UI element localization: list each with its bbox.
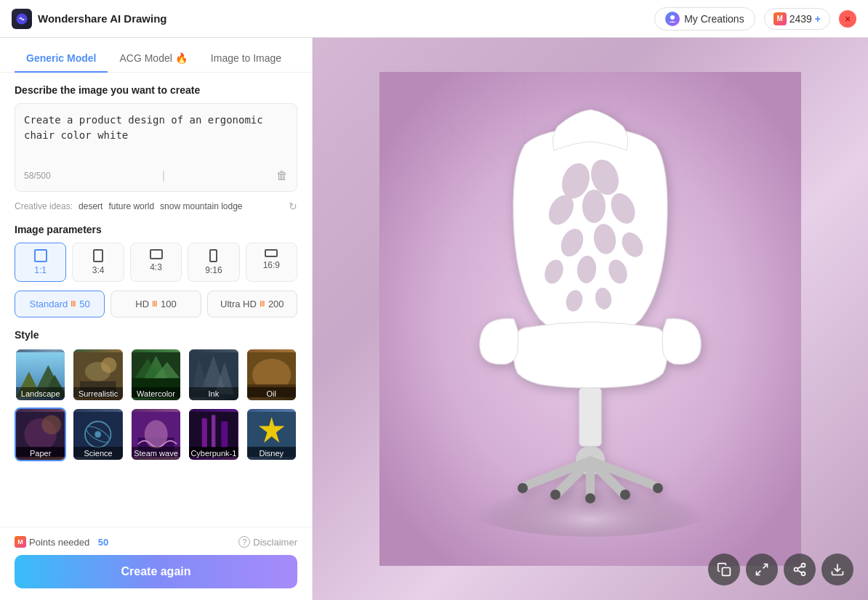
app-title: Wondershare AI Drawing — [38, 12, 167, 25]
left-panel: Generic Model ACG Model 🔥 Image to Image… — [0, 38, 313, 600]
points-display[interactable]: M 2439 + — [764, 8, 830, 30]
prompt-section-label: Describe the image you want to create — [15, 84, 297, 96]
create-again-button[interactable]: Create again — [15, 555, 297, 588]
char-count: 58/500 — [24, 171, 51, 181]
add-points-label: + — [815, 13, 821, 25]
style-item-steam-wave[interactable]: Steam wave — [130, 408, 182, 461]
quality-ultrahd-icon: Ⅲ — [260, 299, 265, 309]
fullscreen-tool-button[interactable] — [746, 554, 778, 585]
quality-row: Standard Ⅲ 50 HD Ⅲ 100 Ultra HD Ⅲ 200 — [15, 291, 297, 317]
style-item-science[interactable]: Science — [72, 408, 124, 461]
titlebar: Wondershare AI Drawing My Creations M 24… — [0, 0, 868, 38]
style-item-watercolor[interactable]: Watercolor — [130, 348, 182, 402]
quality-hd-button[interactable]: HD Ⅲ 100 — [110, 291, 201, 317]
svg-point-111 — [802, 572, 805, 575]
my-creations-icon — [665, 12, 680, 26]
style-cyberpunk-label: Cyberpunk-1 — [189, 447, 238, 460]
refresh-ideas-button[interactable]: ↻ — [289, 200, 297, 212]
quality-hd-icon: Ⅲ — [152, 299, 158, 309]
main-layout: Generic Model ACG Model 🔥 Image to Image… — [0, 38, 868, 600]
ratio-4-3-button[interactable]: 4:3 — [130, 243, 182, 282]
share-tool-button[interactable] — [784, 554, 816, 585]
svg-point-105 — [585, 493, 595, 503]
ratio-9-16-button[interactable]: 9:16 — [188, 243, 239, 282]
style-science-label: Science — [73, 447, 122, 460]
ratio-4-3-icon — [150, 249, 163, 259]
style-item-paper[interactable]: Paper — [15, 408, 66, 461]
svg-point-28 — [95, 431, 102, 438]
svg-rect-94 — [579, 388, 601, 446]
points-icon: M — [773, 12, 787, 25]
svg-point-101 — [518, 483, 528, 493]
ratio-1-1-icon — [34, 249, 47, 262]
style-surrealistic-label: Surrealistic — [73, 387, 122, 400]
svg-point-84 — [582, 190, 606, 223]
ratio-3-4-button[interactable]: 3:4 — [72, 243, 124, 282]
points-needed-value: 50 — [98, 537, 108, 548]
tabs-container: Generic Model ACG Model 🔥 Image to Image — [0, 38, 312, 73]
bottom-bar: M Points needed 50 ? Disclaimer Create a… — [0, 527, 312, 600]
close-icon: × — [845, 13, 851, 25]
svg-point-24 — [41, 415, 61, 434]
style-item-disney[interactable]: Disney — [246, 408, 297, 461]
style-landscape-label: Landscape — [16, 387, 65, 400]
prompt-box: Create a product design of an ergonomic … — [15, 103, 297, 192]
style-paper-label: Paper — [16, 447, 65, 460]
svg-line-112 — [797, 570, 802, 572]
style-disney-label: Disney — [247, 447, 296, 460]
copy-tool-button[interactable] — [708, 554, 740, 585]
style-grid: Landscape Surrealistic — [15, 348, 297, 461]
creative-tag-snow-mountain[interactable]: snow mountain lodge — [160, 201, 242, 211]
svg-line-108 — [757, 571, 761, 575]
style-item-landscape[interactable]: Landscape — [15, 348, 66, 402]
titlebar-right: My Creations M 2439 + × — [654, 7, 856, 31]
tab-generic-model[interactable]: Generic Model — [15, 46, 108, 73]
image-params-label: Image parameters — [15, 224, 297, 235]
chair-image — [379, 72, 801, 566]
points-needed-icon: M — [15, 536, 26, 548]
prompt-textarea[interactable]: Create a product design of an ergonomic … — [24, 113, 288, 163]
svg-line-113 — [797, 566, 802, 568]
my-creations-label: My Creations — [684, 13, 744, 25]
creative-tag-desert[interactable]: desert — [79, 201, 103, 211]
ratio-1-1-button[interactable]: 1:1 — [15, 243, 66, 282]
right-panel — [313, 38, 868, 600]
quality-standard-button[interactable]: Standard Ⅲ 50 — [15, 291, 105, 317]
svg-point-109 — [802, 564, 805, 567]
svg-line-107 — [763, 564, 768, 569]
chair-display — [313, 38, 868, 600]
points-value: 2439 — [789, 13, 812, 25]
tab-image-to-image[interactable]: Image to Image — [199, 46, 293, 73]
ratio-16-9-button[interactable]: 16:9 — [246, 243, 297, 282]
svg-point-1 — [670, 15, 675, 20]
style-steam-wave-label: Steam wave — [132, 447, 180, 460]
svg-rect-35 — [212, 415, 215, 450]
quality-ultrahd-button[interactable]: Ultra HD Ⅲ 200 — [207, 291, 297, 317]
svg-point-102 — [653, 483, 663, 493]
panel-content: Describe the image you want to create Cr… — [0, 73, 312, 527]
close-button[interactable]: × — [839, 10, 856, 28]
creative-ideas-row: Creative ideas: desert future world snow… — [15, 200, 297, 212]
my-creations-button[interactable]: My Creations — [654, 7, 755, 31]
style-item-oil[interactable]: Oil — [246, 348, 297, 402]
creative-ideas-label: Creative ideas: — [15, 201, 73, 211]
image-toolbar — [708, 554, 853, 585]
style-item-cyberpunk[interactable]: Cyberpunk-1 — [188, 408, 239, 461]
style-oil-label: Oil — [247, 387, 296, 400]
svg-point-104 — [620, 490, 630, 500]
creative-tag-future-world[interactable]: future world — [108, 201, 154, 211]
svg-rect-34 — [202, 418, 207, 450]
disclaimer-link[interactable]: ? Disclaimer — [238, 536, 297, 548]
ratio-row: 1:1 3:4 4:3 9:16 16:9 — [15, 243, 297, 282]
svg-point-110 — [795, 568, 798, 572]
style-section-label: Style — [15, 329, 297, 341]
style-item-ink[interactable]: Ink — [188, 348, 239, 402]
quality-standard-icon: Ⅲ — [71, 299, 76, 309]
svg-point-103 — [550, 490, 560, 500]
style-item-surrealistic[interactable]: Surrealistic — [72, 348, 124, 402]
points-needed: M Points needed 50 — [15, 536, 108, 548]
tab-acg-model[interactable]: ACG Model 🔥 — [108, 46, 198, 73]
clear-prompt-button[interactable]: 🗑 — [276, 169, 288, 182]
download-tool-button[interactable] — [821, 554, 853, 585]
ratio-16-9-icon — [265, 249, 278, 257]
